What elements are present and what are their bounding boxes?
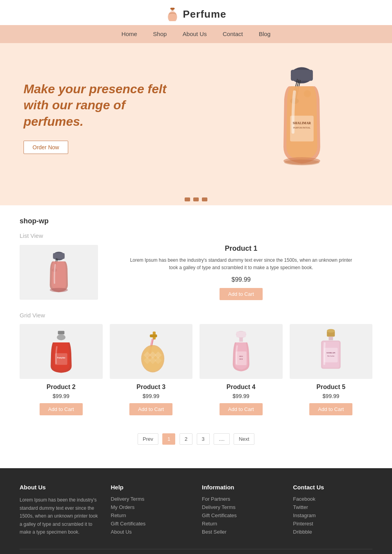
footer-help-return[interactable]: Return bbox=[111, 512, 191, 518]
dot-1[interactable] bbox=[185, 197, 190, 201]
footer: About Us Lorem Ipsum has been the indust… bbox=[0, 468, 392, 554]
page-1-button[interactable]: 1 bbox=[162, 433, 175, 445]
svg-point-22 bbox=[50, 288, 68, 292]
product4-image: MISS DIOR bbox=[200, 324, 283, 379]
hero-heading: Make your presence felt with our range o… bbox=[24, 81, 188, 130]
footer-help-delivery[interactable]: Delivery Terms bbox=[111, 496, 191, 502]
product5-name: Product 5 bbox=[290, 384, 373, 391]
nav-shop[interactable]: Shop bbox=[153, 31, 167, 37]
nav-contact[interactable]: Contact bbox=[223, 31, 243, 37]
svg-text:PrettyHot: PrettyHot bbox=[57, 357, 65, 359]
hero-section: Make your presence felt with our range o… bbox=[0, 43, 392, 192]
svg-point-42 bbox=[327, 329, 335, 333]
footer-contact-twitter[interactable]: Twitter bbox=[293, 504, 373, 510]
list-product-info: Product 1 Lorem Ipsum has been the indus… bbox=[110, 244, 372, 300]
hero-dots bbox=[0, 192, 392, 205]
prev-page-button[interactable]: Prev bbox=[138, 433, 158, 445]
logo-icon bbox=[165, 7, 180, 21]
list-product-image bbox=[20, 245, 98, 300]
svg-rect-43 bbox=[329, 337, 333, 340]
footer-help-title: Help bbox=[111, 484, 191, 491]
product4-bottle-svg: MISS DIOR bbox=[223, 328, 259, 375]
product3-bottle-svg bbox=[133, 328, 169, 375]
grid-products: PrettyHot Product 2 $99.99 Add to Cart bbox=[20, 324, 372, 415]
nav-blog[interactable]: Blog bbox=[259, 31, 270, 37]
product1-price: $99.99 bbox=[110, 276, 372, 283]
product5-image: GUERLAIN Mon Guerlain bbox=[290, 324, 373, 379]
product4-card: MISS DIOR Product 4 $99.99 Add to Cart bbox=[200, 324, 283, 415]
footer-info-delivery[interactable]: Delivery Terms bbox=[202, 504, 281, 510]
product2-image: PrettyHot bbox=[20, 324, 103, 379]
pagination: Prev 1 2 3 .... Next bbox=[20, 427, 372, 456]
page-3-button[interactable]: 3 bbox=[197, 433, 210, 445]
product3-image bbox=[110, 324, 193, 379]
svg-text:MISS: MISS bbox=[239, 355, 243, 357]
product2-price: $99.99 bbox=[20, 393, 103, 399]
product1-bottle-svg bbox=[39, 249, 78, 296]
main-nav: Home Shop About Us Contact Blog bbox=[0, 25, 392, 43]
footer-info-gift[interactable]: Gift Certificates bbox=[202, 512, 281, 518]
svg-rect-25 bbox=[55, 353, 67, 365]
footer-help-col: Help Delivery Terms My Orders Return Gif… bbox=[111, 484, 191, 537]
footer-info-partners[interactable]: For Partners bbox=[202, 496, 281, 502]
svg-point-24 bbox=[57, 335, 65, 340]
product1-name: Product 1 bbox=[110, 244, 372, 253]
next-page-button[interactable]: Next bbox=[234, 433, 254, 445]
footer-about-title: About Us bbox=[20, 484, 99, 491]
product2-add-cart-button[interactable]: Add to Cart bbox=[40, 403, 83, 415]
footer-bottom: WordPress Theme Designed With TemplateTo… bbox=[20, 549, 372, 554]
product3-add-cart-button[interactable]: Add to Cart bbox=[129, 403, 172, 415]
svg-rect-28 bbox=[150, 335, 157, 337]
product5-bottle-svg: GUERLAIN Mon Guerlain bbox=[313, 328, 348, 375]
dot-3[interactable] bbox=[202, 197, 207, 201]
logo: Perfume bbox=[0, 7, 392, 21]
footer-help-gift[interactable]: Gift Certificates bbox=[111, 521, 191, 527]
svg-rect-18 bbox=[53, 253, 65, 259]
page-ellipsis[interactable]: .... bbox=[214, 433, 229, 445]
header: Perfume bbox=[0, 0, 392, 25]
shop-section: shop-wp List View Product 1 Lorem Ipsum … bbox=[0, 205, 392, 468]
logo-text: Perfume bbox=[183, 8, 226, 20]
svg-text:PARFUM INITIAL: PARFUM INITIAL bbox=[293, 127, 311, 129]
footer-about-col: About Us Lorem Ipsum has been the indust… bbox=[20, 484, 99, 537]
list-view-label: List View bbox=[20, 232, 372, 239]
list-product-row: Product 1 Lorem Ipsum has been the indus… bbox=[20, 244, 372, 300]
svg-rect-23 bbox=[58, 331, 64, 335]
footer-about-text: Lorem Ipsum has been the industry's stan… bbox=[20, 496, 99, 536]
svg-text:SHALIMAR: SHALIMAR bbox=[293, 121, 311, 125]
product3-price: $99.99 bbox=[110, 393, 193, 399]
footer-information-title: Information bbox=[202, 484, 281, 491]
svg-text:Mon Guerlain: Mon Guerlain bbox=[327, 355, 335, 357]
footer-info-return[interactable]: Return bbox=[202, 521, 281, 527]
product2-bottle-svg: PrettyHot bbox=[44, 328, 79, 375]
dot-2[interactable] bbox=[193, 197, 199, 201]
footer-help-orders[interactable]: My Orders bbox=[111, 504, 191, 510]
product4-name: Product 4 bbox=[200, 384, 283, 391]
product3-name: Product 3 bbox=[110, 384, 193, 391]
svg-rect-37 bbox=[239, 337, 243, 342]
product2-card: PrettyHot Product 2 $99.99 Add to Cart bbox=[20, 324, 103, 415]
product1-add-cart-button[interactable]: Add to Cart bbox=[220, 288, 263, 300]
footer-contact-facebook[interactable]: Facebook bbox=[293, 496, 373, 502]
product4-price: $99.99 bbox=[200, 393, 283, 399]
footer-contact-dribbble[interactable]: Dribbble bbox=[293, 529, 373, 535]
footer-info-bestseller[interactable]: Best Seller bbox=[202, 529, 281, 535]
svg-rect-1 bbox=[172, 9, 174, 11]
product4-add-cart-button[interactable]: Add to Cart bbox=[220, 403, 263, 415]
order-now-button[interactable]: Order Now bbox=[24, 141, 68, 154]
svg-rect-36 bbox=[236, 332, 246, 338]
hero-text: Make your presence felt with our range o… bbox=[24, 81, 188, 154]
page-2-button[interactable]: 2 bbox=[180, 433, 192, 445]
shop-title: shop-wp bbox=[20, 217, 372, 225]
product5-add-cart-button[interactable]: Add to Cart bbox=[309, 403, 352, 415]
nav-home[interactable]: Home bbox=[122, 31, 137, 37]
footer-contact-pinterest[interactable]: Pinterest bbox=[293, 521, 373, 527]
grid-view-label: Grid View bbox=[20, 312, 372, 319]
svg-rect-5 bbox=[291, 70, 313, 81]
footer-help-about[interactable]: About Us bbox=[111, 529, 191, 535]
svg-text:GUERLAIN: GUERLAIN bbox=[327, 352, 335, 354]
nav-about[interactable]: About Us bbox=[183, 31, 207, 37]
product5-card: GUERLAIN Mon Guerlain Product 5 $99.99 A… bbox=[290, 324, 373, 415]
footer-contact-instagram[interactable]: Instagram bbox=[293, 512, 373, 518]
footer-contact-title: Contact Us bbox=[293, 484, 373, 491]
